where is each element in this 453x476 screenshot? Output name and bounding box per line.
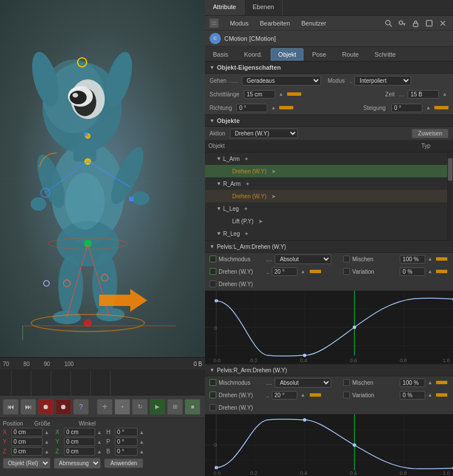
drehen-l1-checkbox[interactable]: [210, 268, 216, 275]
grid-button[interactable]: ⊞: [167, 399, 183, 415]
gehen-select[interactable]: Geradeaus: [242, 76, 321, 86]
variation-r-checkbox[interactable]: [343, 392, 350, 398]
r-leg-move-icon: ✦: [242, 229, 251, 238]
menu-drag-handle: [210, 19, 219, 28]
lock-icon[interactable]: [410, 18, 421, 29]
mischen-l-slider[interactable]: [436, 257, 447, 261]
drehen-l2-checkbox[interactable]: [210, 280, 216, 287]
modus-select[interactable]: Interpoliert: [354, 76, 411, 86]
list-item[interactable]: ▼ L_Arm ✦: [205, 152, 453, 165]
tab-attribute[interactable]: Attribute: [205, 0, 245, 15]
x-size-input[interactable]: [64, 428, 95, 436]
search-icon[interactable]: [383, 18, 394, 29]
variation-l-checkbox[interactable]: [343, 268, 350, 275]
expand-icon[interactable]: [424, 18, 435, 29]
pelvis-r-arm-graph[interactable]: 0.0 0.2 0.4 0.6 0.8 1.0 0: [205, 414, 453, 476]
select-tool-button[interactable]: ▪: [114, 399, 130, 415]
x-pos-input[interactable]: [11, 428, 42, 436]
list-item[interactable]: ▼ L_Leg ✦: [205, 202, 453, 215]
zuweisen-button[interactable]: Zuweisen: [412, 129, 448, 138]
variation-l-slider[interactable]: [436, 270, 447, 273]
expand-l-arm[interactable]: ▼: [216, 156, 222, 162]
anwenden-button[interactable]: Anwenden: [104, 458, 143, 468]
y-pos-arrow: ▲: [44, 439, 49, 445]
menu-benutzer[interactable]: Benutzer: [299, 19, 328, 28]
mischmodus-r-select[interactable]: Absolut: [275, 378, 331, 388]
objects-scrollbar[interactable]: [447, 152, 453, 240]
gehen-dots: ......: [229, 78, 238, 84]
richtung-slider[interactable]: [279, 106, 293, 109]
abmessung-select[interactable]: Abmessung: [54, 458, 101, 469]
list-item[interactable]: ▼ R_Leg ✦: [205, 227, 453, 240]
z-axis-size: Z: [55, 448, 62, 454]
b-angle-input[interactable]: [115, 447, 138, 456]
schrittlaenge-input[interactable]: [244, 90, 275, 99]
steigung-slider[interactable]: [434, 106, 448, 109]
objects-scrollbar-thumb[interactable]: [448, 158, 452, 181]
richtung-input[interactable]: [236, 104, 267, 112]
z-pos-input[interactable]: [11, 447, 42, 456]
drehen-r1-input[interactable]: [272, 391, 297, 400]
play-button[interactable]: ▶: [149, 399, 165, 415]
mischen-r-checkbox[interactable]: [343, 379, 350, 386]
list-item[interactable]: Lift (P.Y) ➤: [205, 215, 453, 227]
mischmodus-l-select[interactable]: Absolut: [275, 254, 331, 264]
drehen-r1-dots: ..: [266, 392, 270, 398]
drehen-r1-checkbox[interactable]: [210, 392, 216, 398]
eigenschaften-arrow: ▼: [210, 65, 215, 70]
schrittlaenge-slider[interactable]: [287, 92, 301, 96]
drehen-r1-slider[interactable]: [310, 393, 321, 397]
list-item[interactable]: Drehen (W.Y) ➤: [205, 165, 453, 177]
y-size-input[interactable]: [64, 437, 95, 446]
pelvis-l-arm-graph[interactable]: 0.0 0.2 0.4 0.6 0.8 1.0 0: [205, 290, 453, 364]
list-item[interactable]: ▼ R_Arm ✦: [205, 177, 453, 190]
action-select[interactable]: Drehen (W.Y): [230, 129, 298, 138]
rotate-tool-button[interactable]: ↻: [132, 399, 148, 415]
drehen-r2-checkbox[interactable]: [210, 404, 216, 411]
variation-r-slider[interactable]: [436, 393, 447, 397]
expand-r-leg[interactable]: ▼: [216, 231, 222, 236]
step-back-button[interactable]: ⏭: [20, 399, 36, 415]
tab-route[interactable]: Route: [335, 48, 366, 61]
tab-objekt[interactable]: Objekt: [271, 48, 304, 61]
tab-schritte[interactable]: Schritte: [367, 48, 403, 61]
auto-record-button[interactable]: ⏺: [55, 399, 71, 415]
steigung-input[interactable]: [391, 104, 422, 112]
objekt-rel-select[interactable]: Objekt (Rel): [3, 458, 50, 469]
tab-pose[interactable]: Pose: [305, 48, 334, 61]
move-tool-button[interactable]: ✛: [97, 399, 113, 415]
tab-koord[interactable]: Koord.: [237, 48, 270, 61]
svg-rect-61: [426, 20, 432, 26]
mischmodus-l-checkbox[interactable]: [210, 256, 216, 262]
rewind-button[interactable]: ⏮: [3, 399, 19, 415]
z-size-input[interactable]: [64, 447, 95, 456]
mischen-l-input[interactable]: [400, 255, 425, 264]
close-icon[interactable]: [437, 18, 448, 29]
zeit-input[interactable]: [408, 90, 439, 99]
variation-r-input[interactable]: [400, 391, 425, 400]
list-item[interactable]: Drehen (W.Y) ➤: [205, 190, 453, 202]
menu-bearbeiten[interactable]: Bearbeiten: [258, 19, 292, 28]
viewport-3d[interactable]: [0, 0, 205, 357]
mischmodus-r-checkbox[interactable]: [210, 379, 216, 386]
variation-l-input[interactable]: [400, 267, 425, 276]
mischen-r-input[interactable]: [400, 379, 425, 387]
tab-ebenen[interactable]: Ebenen: [245, 0, 283, 15]
tab-basis[interactable]: Basis: [206, 48, 236, 61]
record2-button[interactable]: ■: [185, 399, 200, 415]
drehen-l1-slider[interactable]: [310, 270, 321, 273]
expand-l-leg[interactable]: ▼: [216, 206, 222, 211]
help-button[interactable]: ?: [73, 399, 89, 415]
menu-modus[interactable]: Modus: [228, 19, 251, 28]
key-icon[interactable]: [396, 18, 408, 29]
h-angle-input[interactable]: [115, 428, 138, 436]
list-item[interactable]: Lift (P.Y) ➤: [205, 240, 453, 240]
mischen-r-slider[interactable]: [436, 381, 447, 384]
expand-r-arm[interactable]: ▼: [216, 181, 222, 186]
y-pos-input[interactable]: [11, 437, 42, 446]
mischen-l-checkbox[interactable]: [343, 256, 350, 262]
p-angle-input[interactable]: [115, 437, 138, 446]
drehen-l1-input[interactable]: [272, 267, 297, 276]
record-button[interactable]: ⏺: [38, 399, 54, 415]
objects-scroll[interactable]: ▼ L_Arm ✦ Drehen (W.Y) ➤ ▼ R_Arm ✦ Drehe…: [205, 152, 453, 240]
